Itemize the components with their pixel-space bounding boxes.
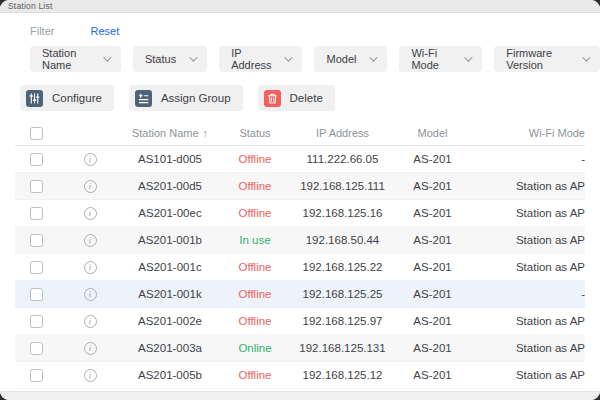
table-header-row: Station Name↑ Status IP Address Model Wi… [15,121,585,146]
info-icon[interactable]: i [84,261,97,274]
info-icon[interactable]: i [84,369,97,382]
model-cell: AS-201 [395,207,470,219]
header-status[interactable]: Status [220,127,290,139]
ip-address-cell: 192.168.125.131 [290,342,395,354]
ip-address-cell: 192.168.125.97 [290,315,395,327]
reset-link[interactable]: Reset [90,25,119,37]
assign-group-button[interactable]: Assign Group [129,85,243,111]
chevron-down-icon [370,53,378,61]
row-checkbox[interactable] [30,369,43,382]
table-row[interactable]: iAS201-003aOnline192.168.125.131AS-201St… [15,335,585,362]
row-checkbox-cell [15,179,60,192]
header-wifi-mode[interactable]: Wi-Fi Mode [470,127,585,139]
row-checkbox-cell [15,233,60,246]
header-checkbox-cell [15,126,60,140]
select-all-checkbox[interactable] [30,127,43,140]
station-name-cell: AS201-003a [120,342,220,354]
delete-button[interactable]: Delete [258,85,335,111]
wifi-mode-cell: - [470,288,585,300]
table-row[interactable]: iAS101-d005Offline111.222.66.05AS-201- [15,146,585,173]
wifi-mode-cell: Station as AP [470,261,585,273]
table-row[interactable]: iAS201-001bIn use192.168.50.44AS-201Stat… [15,227,585,254]
table-row[interactable]: iAS201-00ecOffline192.168.125.16AS-201St… [15,200,585,227]
header-model[interactable]: Model [395,127,470,139]
header-ip-address[interactable]: IP Address [290,127,395,139]
assign-group-button-label: Assign Group [161,92,231,104]
header-station-name-label: Station Name [132,127,199,139]
filter-dropdown-station-name[interactable]: Station Name [30,46,121,72]
filter-dropdown-label: Wi-Fi Mode [411,47,451,71]
table-row[interactable]: iAS201-002eOffline192.168.125.97AS-201St… [15,308,585,335]
row-checkbox-cell [15,260,60,273]
info-icon[interactable]: i [84,342,97,355]
info-icon[interactable]: i [84,207,97,220]
row-checkbox-cell [15,341,60,354]
info-icon[interactable]: i [84,315,97,328]
station-name-cell: AS201-001k [120,288,220,300]
table-row[interactable]: iAS201-001cOffline192.168.125.22AS-201St… [15,254,585,281]
table-row[interactable]: iAS201-001kOffline192.168.125.25AS-201- [15,281,585,308]
window-bottom-bar [0,391,600,400]
configure-button[interactable]: Configure [20,85,114,111]
station-table: Station Name↑ Status IP Address Model Wi… [15,121,585,389]
filter-dropdown-status[interactable]: Status [133,46,207,72]
wifi-mode-cell: - [470,153,585,165]
station-table-body: iAS101-d005Offline111.222.66.05AS-201-iA… [15,146,585,389]
window-titlebar: Station List [0,0,600,13]
model-cell: AS-201 [395,234,470,246]
ip-address-cell: 111.222.66.05 [290,153,395,165]
row-checkbox[interactable] [30,234,43,247]
ip-address-cell: 192.168.125.22 [290,261,395,273]
filter-dropdown-model[interactable]: Model [314,46,387,72]
station-name-cell: AS201-001b [120,234,220,246]
filter-dropdown-firmware-version[interactable]: Firmware Version [494,46,600,72]
assign-list-icon [135,90,152,107]
status-cell: Offline [220,288,290,300]
row-checkbox[interactable] [30,288,43,301]
row-checkbox[interactable] [30,261,43,274]
row-checkbox[interactable] [30,153,43,166]
row-checkbox-cell [15,152,60,165]
ip-address-cell: 192.168.125.12 [290,369,395,381]
table-row[interactable]: iAS201-00d5Offline192.168.125.111AS-201S… [15,173,585,200]
status-cell: In use [220,234,290,246]
chevron-down-icon [285,53,293,61]
filter-dropdown-label: Firmware Version [506,47,569,71]
action-buttons: Configure Assign Group [20,85,600,111]
ip-address-cell: 192.168.125.16 [290,207,395,219]
wifi-mode-cell: Station as AP [470,315,585,327]
sort-ascending-icon: ↑ [203,127,209,139]
status-cell: Offline [220,369,290,381]
ip-address-cell: 192.168.50.44 [290,234,395,246]
filter-dropdown-ip-address[interactable]: IP Address [219,46,302,72]
status-cell: Online [220,342,290,354]
info-icon[interactable]: i [84,180,97,193]
row-checkbox[interactable] [30,315,43,328]
row-checkbox[interactable] [30,342,43,355]
wifi-mode-cell: Station as AP [470,207,585,219]
filter-dropdown-label: Station Name [42,47,90,71]
chevron-down-icon [189,53,197,61]
wifi-mode-cell: Station as AP [470,369,585,381]
header-station-name[interactable]: Station Name↑ [120,127,220,139]
row-info-cell: i [60,368,120,382]
wifi-mode-cell: Station as AP [470,234,585,246]
configure-button-label: Configure [52,92,102,104]
info-icon[interactable]: i [84,234,97,247]
row-checkbox[interactable] [30,180,43,193]
chevron-down-icon [103,53,111,61]
table-row[interactable]: iAS201-005bOffline192.168.125.12AS-201St… [15,362,585,389]
model-cell: AS-201 [395,288,470,300]
delete-button-label: Delete [290,92,323,104]
chevron-down-icon [464,53,472,61]
filter-dropdown-wi-fi-mode[interactable]: Wi-Fi Mode [399,46,482,72]
row-checkbox-cell [15,206,60,219]
row-info-cell: i [60,179,120,193]
info-icon[interactable]: i [84,153,97,166]
row-info-cell: i [60,314,120,328]
station-name-cell: AS201-00d5 [120,180,220,192]
info-icon[interactable]: i [84,288,97,301]
model-cell: AS-201 [395,153,470,165]
model-cell: AS-201 [395,369,470,381]
row-checkbox[interactable] [30,207,43,220]
